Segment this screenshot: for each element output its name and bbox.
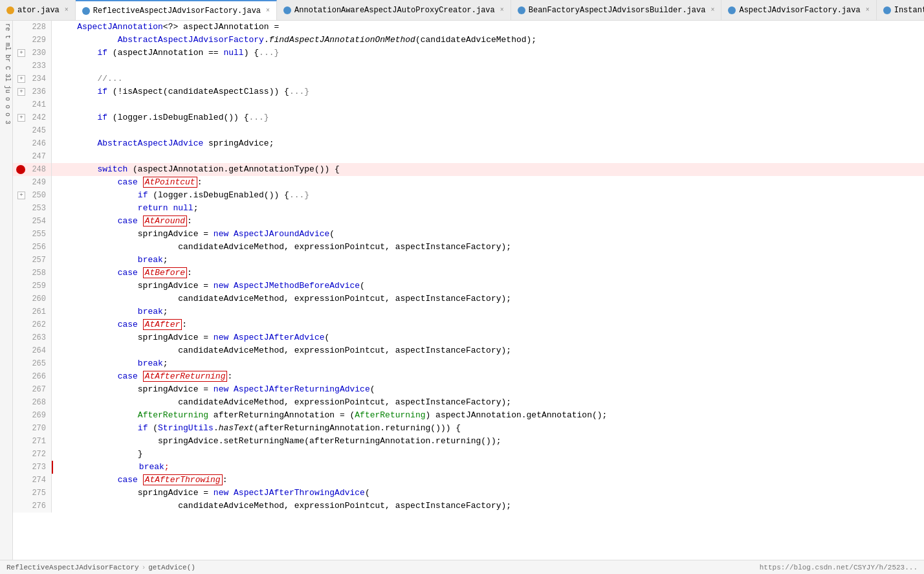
tab-close-ator[interactable]: × xyxy=(65,6,69,14)
fold-icon-242[interactable]: + xyxy=(17,114,25,122)
table-row: 245 xyxy=(13,124,924,137)
line-gutter-246: 246 xyxy=(13,137,52,150)
table-row: 253 return null; xyxy=(13,202,924,215)
line-gutter-230: + 230 xyxy=(13,47,52,60)
line-gutter-258: 258 xyxy=(13,267,52,280)
table-row: 271 springAdvice.setReturningName(afterR… xyxy=(13,435,924,448)
breadcrumb-separator: › xyxy=(142,564,146,571)
table-row: 266 case AtAfterReturning: xyxy=(13,370,924,383)
line-content-241 xyxy=(52,98,924,111)
table-row: 258 case AtBefore: xyxy=(13,267,924,280)
line-content-255: springAdvice = new AspectJAroundAdvice( xyxy=(52,228,924,241)
line-gutter-253: 253 xyxy=(13,202,52,215)
tab-beanfactory[interactable]: BeanFactoryAspectJAdvisorsBuilder.java × xyxy=(511,0,722,20)
table-row: + 250 if (logger.isDebugEnabled()) {...} xyxy=(13,189,924,202)
line-gutter-276: 276 xyxy=(13,500,52,513)
line-gutter-257: 257 xyxy=(13,254,52,267)
line-content-264: candidateAdviceMethod, expressionPointcu… xyxy=(52,344,924,357)
line-num-265: 265 xyxy=(28,357,46,370)
table-row: 267 springAdvice = new AspectJAfterRetur… xyxy=(13,383,924,396)
line-num-262: 262 xyxy=(28,318,46,331)
table-row: + 230 if (aspectJAnnotation == null) {..… xyxy=(13,47,924,60)
line-content-234: //... xyxy=(52,72,924,85)
line-gutter-264: 264 xyxy=(13,344,52,357)
side-panel: re t ml br C 3l ju o o o 3 xyxy=(0,21,13,560)
line-num-276: 276 xyxy=(28,500,46,513)
editor-container: re t ml br C 3l ju o o o 3 228 AspectJAn… xyxy=(0,21,924,560)
line-num-236: 236 xyxy=(28,85,46,98)
fold-icon-236[interactable]: + xyxy=(17,88,25,96)
line-gutter-275: 275 xyxy=(13,487,52,500)
line-num-248: 248 xyxy=(28,163,46,176)
line-content-242: if (logger.isDebugEnabled()) {...} xyxy=(52,111,924,124)
line-gutter-233: 233 xyxy=(13,60,52,72)
line-content-271: springAdvice.setReturningName(afterRetur… xyxy=(52,435,924,448)
line-gutter-248: 248 xyxy=(13,163,52,176)
line-content-274: case AtAfterThrowing: xyxy=(52,474,924,487)
line-content-272: } xyxy=(52,448,924,461)
line-num-270: 270 xyxy=(28,422,46,435)
table-row: 264 candidateAdviceMethod, expressionPoi… xyxy=(13,344,924,357)
line-content-245 xyxy=(52,124,924,137)
line-content-246: AbstractAspectJAdvice springAdvice; xyxy=(52,137,924,150)
line-content-233 xyxy=(52,60,924,72)
table-row: 229 AbstractAspectJAdvisorFactory.findAs… xyxy=(13,34,924,47)
line-gutter-255: 255 xyxy=(13,228,52,241)
tab-close-reflective[interactable]: × xyxy=(266,7,270,14)
line-gutter-241: 241 xyxy=(13,98,52,111)
line-gutter-259: 259 xyxy=(13,280,52,293)
table-row: 270 if (StringUtils.hasText(afterReturni… xyxy=(13,422,924,435)
breadcrumb-class: ReflectiveAspectJAdvisorFactory xyxy=(6,564,139,571)
line-content-236: if (!isAspect(candidateAspectClass)) {..… xyxy=(52,85,924,98)
line-num-233: 233 xyxy=(28,60,46,72)
line-content-260: candidateAdviceMethod, expressionPointcu… xyxy=(52,293,924,305)
tab-instantiation[interactable]: InstantiationModelAwarePointcutAdvisorIm… xyxy=(877,0,924,20)
line-content-257: break; xyxy=(52,254,924,267)
tab-close-annotation[interactable]: × xyxy=(500,6,504,14)
line-num-275: 275 xyxy=(28,487,46,500)
line-content-254: case AtAround: xyxy=(52,215,924,228)
line-gutter-256: 256 xyxy=(13,241,52,254)
line-num-259: 259 xyxy=(28,280,46,293)
line-num-241: 241 xyxy=(28,98,46,111)
table-row: 269 AfterReturning afterReturningAnnotat… xyxy=(13,409,924,422)
tab-close-beanfactory[interactable]: × xyxy=(710,6,714,14)
line-content-229: AbstractAspectJAdvisorFactory.findAspect… xyxy=(52,34,924,47)
table-row: 255 springAdvice = new AspectJAroundAdvi… xyxy=(13,228,924,241)
line-gutter-274: 274 xyxy=(13,474,52,487)
line-gutter-267: 267 xyxy=(13,383,52,396)
tab-label-aspectjadvisor: AspectJAdvisorFactory.java xyxy=(739,6,860,15)
tab-icon-aspectjadvisor xyxy=(728,6,736,14)
line-gutter-242: + 242 xyxy=(13,111,52,124)
fold-icon-234[interactable]: + xyxy=(17,75,25,83)
tab-label-annotation: AnnotationAwareAspectJAutoProxyCreator.j… xyxy=(294,6,495,15)
table-row: 268 candidateAdviceMethod, expressionPoi… xyxy=(13,396,924,409)
breakpoint-248[interactable] xyxy=(16,165,25,174)
tab-annotation[interactable]: AnnotationAwareAspectJAutoProxyCreator.j… xyxy=(277,0,511,20)
table-row: 275 springAdvice = new AspectJAfterThrow… xyxy=(13,487,924,500)
line-num-234: 234 xyxy=(28,72,46,85)
tab-ator[interactable]: ator.java × xyxy=(0,0,76,20)
line-content-250: if (logger.isDebugEnabled()) {...} xyxy=(52,189,924,202)
tab-reflective[interactable]: ReflectiveAspectJAdvisorFactory.java × xyxy=(76,0,277,20)
line-content-261: break; xyxy=(52,305,924,318)
side-panel-text: re t ml br C 3l ju o o o 3 xyxy=(0,21,12,127)
table-row: 247 xyxy=(13,150,924,163)
line-content-276: candidateAdviceMethod, expressionPointcu… xyxy=(52,500,924,513)
tab-icon-beanfactory xyxy=(518,6,525,14)
table-row: 261 break; xyxy=(13,305,924,318)
tab-close-aspectjadvisor[interactable]: × xyxy=(866,6,870,14)
line-content-262: case AtAfter: xyxy=(52,318,924,331)
line-content-263: springAdvice = new AspectJAfterAdvice( xyxy=(52,331,924,344)
fold-icon-250[interactable]: + xyxy=(17,192,25,199)
line-gutter-272: 272 xyxy=(13,448,52,461)
tab-bar: ator.java × ReflectiveAspectJAdvisorFact… xyxy=(0,0,924,21)
table-row: + 236 if (!isAspect(candidateAspectClass… xyxy=(13,85,924,98)
tab-aspectjadvisor[interactable]: AspectJAdvisorFactory.java × xyxy=(721,0,876,20)
line-num-230: 230 xyxy=(28,47,46,60)
line-content-259: springAdvice = new AspectJMethodBeforeAd… xyxy=(52,280,924,293)
code-editor[interactable]: 228 AspectJAnnotation<?> aspectJAnnotati… xyxy=(13,21,924,560)
line-content-270: if (StringUtils.hasText(afterReturningAn… xyxy=(52,422,924,435)
fold-icon-230[interactable]: + xyxy=(17,49,25,57)
tab-icon-instantiation xyxy=(883,6,891,14)
